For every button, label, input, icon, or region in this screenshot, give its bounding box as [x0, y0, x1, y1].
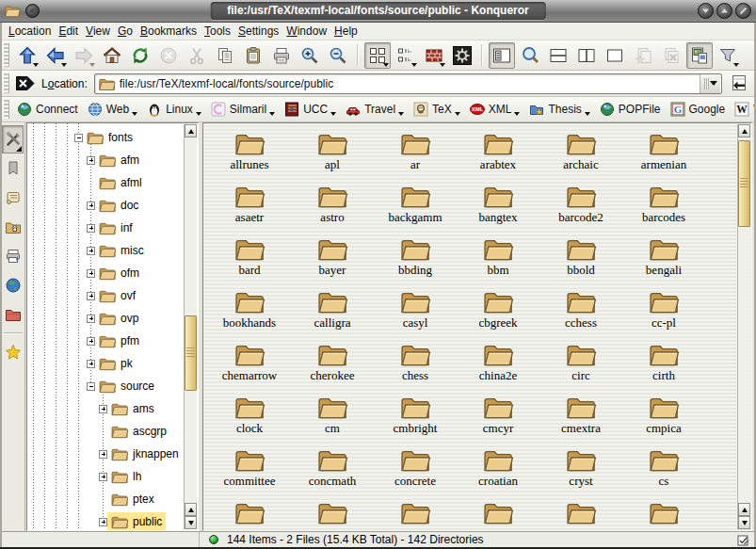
folder-item[interactable] — [208, 494, 291, 528]
zoom-in-button[interactable] — [297, 42, 323, 69]
sidebar-tab-bookmark[interactable] — [2, 154, 24, 183]
bookmark-ucc[interactable]: UCC — [281, 100, 340, 119]
sidebar-tab-home-folder[interactable] — [2, 213, 24, 241]
tree-item-fonts[interactable]: fonts — [74, 126, 137, 149]
tree-item-ptex[interactable]: ptex — [99, 488, 158, 510]
expand-icon[interactable] — [99, 405, 107, 413]
folder-item[interactable] — [374, 494, 457, 528]
folder-item-cc-pl[interactable]: cc-pl — [622, 283, 705, 336]
tree-item-ofm[interactable]: ofm — [87, 262, 143, 284]
collapse-icon[interactable] — [74, 134, 83, 142]
folder-item-cs[interactable]: cs — [622, 442, 705, 494]
menu-view[interactable]: View — [86, 24, 118, 39]
bookmark-google[interactable]: GGoogle — [667, 100, 730, 119]
folder-item-clock[interactable]: clock — [208, 389, 291, 442]
tree-item-afml[interactable]: afml — [87, 171, 146, 194]
scrollbar-thumb[interactable] — [185, 315, 197, 391]
bookmark-linux[interactable]: Linux — [143, 100, 205, 119]
scroll-up-button[interactable] — [738, 124, 750, 137]
location-dropdown-button[interactable] — [700, 74, 720, 93]
sidebar-tab-services[interactable] — [2, 242, 24, 270]
expand-icon[interactable] — [87, 156, 95, 165]
folder-item-cmextra[interactable]: cmextra — [539, 389, 622, 442]
new-tab-button[interactable] — [630, 42, 656, 69]
folder-item-bangtex[interactable]: bangtex — [457, 178, 539, 231]
expand-icon[interactable] — [99, 473, 107, 481]
minimize-button[interactable] — [698, 3, 714, 19]
menu-help[interactable]: Help — [334, 24, 365, 39]
folder-item-bbold[interactable]: bbold — [539, 231, 622, 283]
scroll-up-button[interactable] — [185, 503, 197, 516]
folder-item-cirth[interactable]: cirth — [622, 336, 705, 389]
sidebar-tab-root-folder[interactable] — [2, 300, 24, 329]
menu-settings[interactable]: Settings — [238, 24, 286, 39]
folder-item-croatian[interactable]: croatian — [457, 442, 539, 494]
tree-item-lh[interactable]: lh — [99, 465, 145, 488]
expand-icon[interactable] — [87, 269, 95, 278]
paste-button[interactable] — [240, 42, 266, 69]
folder-item-apl[interactable]: apl — [291, 125, 374, 178]
zoom-out-button[interactable] — [325, 42, 351, 69]
menu-window[interactable]: Window — [286, 24, 334, 39]
bookmark-tex[interactable]: TeX — [410, 100, 464, 119]
back-button[interactable] — [42, 42, 69, 69]
sidebar-tab-network[interactable] — [2, 271, 24, 299]
bookmark-xml[interactable]: XMLXML — [466, 100, 524, 119]
folder-item[interactable] — [457, 494, 539, 528]
folder-item-cmbright[interactable]: cmbright — [374, 389, 457, 442]
sidebar-tab-star[interactable] — [2, 338, 24, 366]
tree-item-public[interactable]: public — [99, 510, 166, 531]
folder-item-cchess[interactable]: cchess — [539, 283, 622, 336]
menu-location[interactable]: Location — [8, 24, 58, 39]
maximize-button[interactable] — [716, 3, 732, 19]
menu-edit[interactable]: Edit — [58, 24, 86, 39]
folder-item-barcode2[interactable]: barcode2 — [539, 178, 622, 231]
folder-item-cm[interactable]: cm — [291, 389, 374, 442]
location-input[interactable]: file:/usr/TeX/texmf-local/fonts/source/p… — [94, 73, 722, 94]
folder-item-archaic[interactable]: archaic — [539, 125, 622, 178]
tree-item-jknappen[interactable]: jknappen — [99, 443, 183, 465]
toolbar-grip[interactable] — [3, 43, 9, 67]
folder-item-cbgreek[interactable]: cbgreek — [457, 283, 539, 336]
toolbar-grip[interactable] — [3, 100, 9, 119]
scrollbar-thumb[interactable] — [738, 140, 750, 227]
scroll-down-button[interactable] — [738, 516, 750, 529]
expand-icon[interactable] — [87, 292, 95, 300]
bookmark-popfile[interactable]: POPFile — [596, 100, 665, 119]
folder-item-bookhands[interactable]: bookhands — [208, 283, 291, 336]
folder-item-concmath[interactable]: concmath — [291, 442, 374, 494]
expand-icon[interactable] — [87, 247, 95, 255]
folder-item-bbm[interactable]: bbm — [457, 231, 539, 283]
expand-icon[interactable] — [87, 315, 95, 323]
print-button[interactable] — [268, 42, 295, 69]
view-marker-icon[interactable] — [737, 534, 749, 546]
scroll-up-button[interactable] — [185, 124, 197, 137]
gear-button[interactable] — [449, 42, 475, 69]
go-button[interactable] — [726, 73, 750, 95]
folder-item-calligra[interactable]: calligra — [291, 283, 374, 336]
folder-item[interactable] — [291, 494, 374, 528]
reload-button[interactable] — [127, 42, 153, 69]
folder-item-casyl[interactable]: casyl — [374, 283, 457, 336]
folder-item-ar[interactable]: ar — [374, 125, 457, 178]
close-tab-button[interactable] — [658, 42, 684, 69]
tree-item-doc[interactable]: doc — [87, 194, 142, 217]
forward-button[interactable] — [71, 42, 97, 69]
tree-item-ovp[interactable]: ovp — [87, 307, 142, 330]
folder-item-asaetr[interactable]: asaetr — [208, 178, 291, 231]
view-scrollbar[interactable] — [737, 124, 750, 529]
folder-item-chemarrow[interactable]: chemarrow — [208, 336, 291, 389]
tree-item-misc[interactable]: misc — [87, 239, 148, 262]
toolbar-grip[interactable] — [3, 73, 9, 93]
bookmark-silmaril[interactable]: Silmaril — [207, 100, 279, 119]
expand-icon[interactable] — [87, 360, 95, 368]
thumbnails-button[interactable] — [686, 42, 713, 69]
folder-item-cmpica[interactable]: cmpica — [622, 389, 705, 442]
sidebar-tab-history[interactable] — [2, 184, 24, 212]
home-button[interactable] — [99, 42, 125, 69]
folder-item-arabtex[interactable]: arabtex — [457, 125, 539, 178]
folder-item-bengali[interactable]: bengali — [622, 231, 705, 283]
menu-go[interactable]: Go — [118, 24, 140, 39]
expand-icon[interactable] — [99, 518, 107, 526]
folder-item-barcodes[interactable]: barcodes — [622, 178, 705, 231]
